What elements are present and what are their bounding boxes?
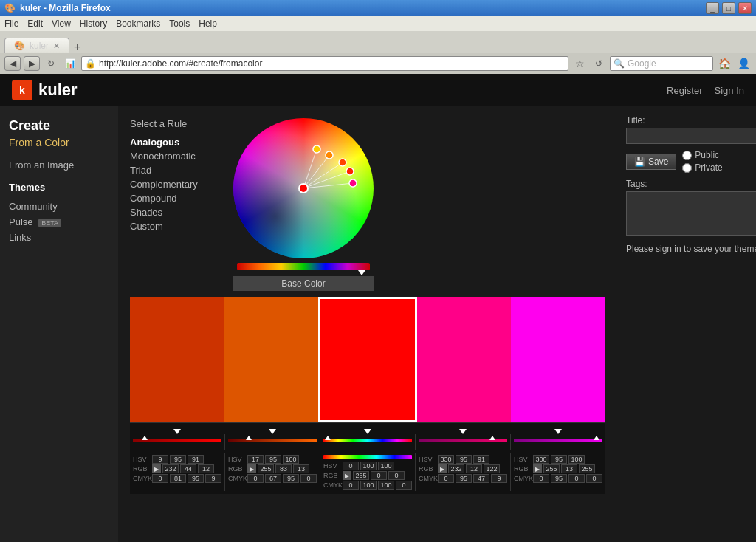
refresh-button[interactable]: ↻ xyxy=(43,56,59,71)
search-bar[interactable]: 🔍 Google xyxy=(610,56,713,71)
cmyk-c-4[interactable] xyxy=(438,474,454,483)
swatch-slider-3-active[interactable] xyxy=(320,423,416,434)
url-bar[interactable]: 🔒 http://kuler.adobe.com/#create/fromaco… xyxy=(81,56,568,71)
rgb-g-3[interactable] xyxy=(371,471,387,480)
cmyk-m-1[interactable] xyxy=(170,474,186,483)
menu-history[interactable]: History xyxy=(80,18,107,29)
color-wheel[interactable] xyxy=(233,118,374,258)
rule-compound[interactable]: Compound xyxy=(130,191,219,205)
new-tab-button[interactable]: + xyxy=(69,41,85,53)
hue-slider-container[interactable] xyxy=(237,263,370,270)
sidebar-themes-label[interactable]: Themes xyxy=(9,182,109,193)
rgb-play-5[interactable]: ▶ xyxy=(533,464,542,473)
star-icon[interactable]: ☆ xyxy=(571,56,588,71)
swatch-0[interactable] xyxy=(130,297,224,422)
sidebar-from-image[interactable]: From an Image xyxy=(9,157,109,173)
cmyk-k-1[interactable] xyxy=(205,474,221,483)
swatch-slider-2[interactable] xyxy=(225,423,320,434)
tags-input[interactable] xyxy=(626,191,756,236)
rgb-g-1[interactable] xyxy=(180,464,196,473)
cmyk-c-2[interactable] xyxy=(247,474,264,483)
tab-close-icon[interactable]: ✕ xyxy=(53,41,60,51)
rgb-r-2[interactable] xyxy=(258,464,274,473)
private-option[interactable]: Private xyxy=(682,162,722,173)
rgb-b-1[interactable] xyxy=(198,464,214,473)
cmyk-c-3[interactable] xyxy=(343,481,359,490)
forward-button[interactable]: ▶ xyxy=(24,56,40,71)
rgb-r-4[interactable] xyxy=(448,464,464,473)
hsv-h-3[interactable] xyxy=(343,462,359,470)
cmyk-y-3[interactable] xyxy=(378,481,394,490)
cmyk-y-2[interactable] xyxy=(283,474,299,483)
cmyk-y-5[interactable] xyxy=(568,474,585,483)
hue-slider[interactable] xyxy=(237,263,370,270)
register-link[interactable]: Register xyxy=(667,85,702,96)
hsv-h-2[interactable] xyxy=(247,455,264,464)
menu-file[interactable]: File xyxy=(4,18,18,29)
hsv-v-2[interactable] xyxy=(283,455,299,464)
swatch-4[interactable] xyxy=(511,297,605,422)
rule-analogous[interactable]: Analogous xyxy=(130,135,219,149)
hsv-h-5[interactable] xyxy=(533,455,549,464)
swatch-2[interactable] xyxy=(318,297,417,422)
swatch-slider-4[interactable] xyxy=(415,423,510,434)
public-option[interactable]: Public xyxy=(682,150,722,160)
cmyk-c-5[interactable] xyxy=(533,474,549,483)
ch-slider-5[interactable] xyxy=(514,439,602,442)
rgb-g-2[interactable] xyxy=(275,464,292,473)
swatch-slider-5[interactable] xyxy=(510,423,605,434)
hsv-s-3[interactable] xyxy=(360,462,377,470)
rule-complementary[interactable]: Complementary xyxy=(130,177,219,191)
hsv-h-1[interactable] xyxy=(152,455,168,464)
rule-shades[interactable]: Shades xyxy=(130,205,219,219)
cmyk-m-2[interactable] xyxy=(265,474,281,483)
sidebar-links[interactable]: Links xyxy=(9,230,109,245)
save-button[interactable]: 💾 Save xyxy=(626,154,676,170)
rgb-b-5[interactable] xyxy=(579,464,595,473)
rgb-r-5[interactable] xyxy=(543,464,560,473)
hsv-v-4[interactable] xyxy=(473,455,489,464)
active-tab[interactable]: 🎨 kuler ✕ xyxy=(4,38,69,53)
close-button[interactable]: ✕ xyxy=(738,2,752,14)
rgb-b-3[interactable] xyxy=(388,471,405,480)
rgb-b-4[interactable] xyxy=(484,464,500,473)
hsv-h-4[interactable] xyxy=(438,455,454,464)
cmyk-m-4[interactable] xyxy=(456,474,472,483)
hsv-v-1[interactable] xyxy=(188,455,204,464)
menu-bookmarks[interactable]: Bookmarks xyxy=(116,18,160,29)
rule-triad[interactable]: Triad xyxy=(130,163,219,177)
hsv-v-5[interactable] xyxy=(568,455,585,464)
home-button[interactable]: 🏠 xyxy=(716,56,732,71)
rgb-g-4[interactable] xyxy=(466,464,482,473)
rgb-play-3[interactable]: ▶ xyxy=(343,471,351,480)
rgb-play-4[interactable]: ▶ xyxy=(438,464,447,473)
hsv-s-5[interactable] xyxy=(551,455,567,464)
hsv-v-3[interactable] xyxy=(378,462,394,470)
private-radio[interactable] xyxy=(682,163,692,173)
rgb-r-3[interactable] xyxy=(353,471,369,480)
hsv-s-2[interactable] xyxy=(265,455,281,464)
sidebar-from-color[interactable]: From a Color xyxy=(9,137,109,148)
ch-slider-3[interactable] xyxy=(323,439,412,442)
menu-help[interactable]: Help xyxy=(199,18,217,29)
ch-slider-1[interactable] xyxy=(133,439,221,442)
sidebar-community[interactable]: Community xyxy=(9,199,109,214)
hsv-s-4[interactable] xyxy=(456,455,472,464)
minimize-button[interactable]: _ xyxy=(706,2,719,14)
rgb-play-2[interactable]: ▶ xyxy=(247,464,256,473)
cmyk-k-5[interactable] xyxy=(586,474,602,483)
sidebar-pulse[interactable]: Pulse BETA xyxy=(9,214,109,230)
ch-slider-4[interactable] xyxy=(419,439,507,442)
cmyk-c-1[interactable] xyxy=(152,474,168,483)
swatch-1[interactable] xyxy=(224,297,319,422)
cmyk-k-2[interactable] xyxy=(300,474,317,483)
cmyk-m-3[interactable] xyxy=(360,481,377,490)
title-input[interactable] xyxy=(626,128,756,144)
cmyk-y-4[interactable] xyxy=(473,474,489,483)
menu-edit[interactable]: Edit xyxy=(27,18,43,29)
rgb-r-1[interactable] xyxy=(162,464,179,473)
rule-monochromatic[interactable]: Monochromatic xyxy=(130,149,219,163)
rgb-g-5[interactable] xyxy=(561,464,577,473)
rgb-b-2[interactable] xyxy=(293,464,309,473)
cmyk-y-1[interactable] xyxy=(188,474,204,483)
